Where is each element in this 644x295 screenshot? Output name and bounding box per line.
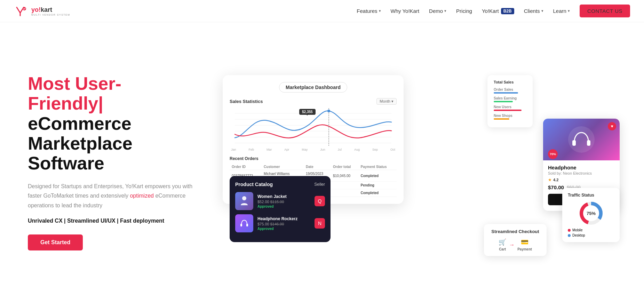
hero-section: Most User-Friendly| eCommerce Marketplac… (0, 22, 644, 295)
stat-item: New Users (494, 105, 526, 111)
hero-title-accent: Most User-Friendly| (28, 74, 195, 113)
chart-x-labels: JanFebMarAprMay JunJulAugSepOct (230, 148, 397, 151)
discount-badge: 70% (548, 149, 558, 159)
legend-item: Mobile (568, 228, 614, 232)
catalog-item-name: Women Jacket (257, 194, 310, 199)
stats-panel: Total Sales Order Sales Sales Earning Ne… (487, 75, 533, 127)
stat-bar (494, 110, 522, 111)
legend-dot (568, 229, 571, 232)
cart-icon: 🛒 (499, 238, 506, 246)
rating-value: 4.2 (553, 178, 558, 182)
heart-icon[interactable]: ♥ (608, 122, 616, 130)
svg-rect-12 (587, 140, 590, 146)
legend-dot (568, 234, 571, 237)
product-seller: Sold by: Neon Electronics (548, 171, 615, 175)
checkout-step-cart: 🛒 Cart (499, 238, 506, 251)
stat-item: Sales Earning (494, 96, 526, 102)
status-badge: Completed (359, 189, 397, 197)
col-customer: Customer (262, 164, 304, 170)
contact-button[interactable]: CONTACT US (580, 5, 630, 17)
traffic-title: Traffic Status (568, 193, 614, 198)
svg-rect-15 (246, 224, 248, 226)
hero-tagline: Unrivaled CX | Streamlined UI/UX | Fast … (28, 218, 195, 224)
chevron-icon: ▾ (541, 9, 543, 13)
stat-item: New Shops (494, 114, 526, 120)
svg-rect-11 (572, 140, 576, 146)
nav-why[interactable]: Why Yo!Kart (391, 8, 420, 14)
cart-label: Cart (499, 247, 506, 251)
col-date: Date (304, 164, 331, 170)
stats-title: Total Sales (494, 80, 526, 84)
col-total: Order total (331, 164, 358, 170)
nav-links: Features ▾ Why Yo!Kart Demo ▾ Pricing Yo… (357, 5, 630, 17)
chart-wrapper: $2,355 (230, 108, 397, 148)
legend-label: Mobile (572, 228, 582, 232)
checkout-step-payment: 💳 Payment (517, 238, 532, 251)
catalog-item: Headphone Rockerz $75.00 $146.00 Approve… (235, 214, 325, 232)
col-status: Payment Status (359, 164, 397, 170)
catalog-subtitle: Seller (314, 182, 325, 187)
catalog-item-price: $75.00 $146.00 (257, 222, 310, 226)
catalog-item: Women Jacket $52.00 $115.00 Approved Q (235, 192, 325, 210)
nav-b2b[interactable]: Yo!Kart B2B (482, 8, 514, 14)
nav-demo[interactable]: Demo ▾ (429, 8, 446, 14)
payment-label: Payment (517, 247, 532, 251)
catalog-item-name: Headphone Rockerz (257, 216, 310, 221)
catalog-item-info: Headphone Rockerz $75.00 $146.00 Approve… (257, 216, 310, 231)
logo[interactable]: yo!kart MULTI VENDOR SYSTEM (14, 4, 70, 18)
catalog-item-image (235, 214, 253, 232)
nav-pricing[interactable]: Pricing (456, 8, 472, 14)
product-name: Headphone (548, 165, 615, 170)
svg-point-13 (242, 196, 246, 200)
chart-title: Sales Statistics (230, 99, 263, 104)
svg-point-9 (327, 110, 330, 112)
catalog-card: Product Catalog Seller Women Jacket $52.… (230, 176, 331, 242)
stat-bar (494, 118, 509, 120)
orders-title: Recent Orders (230, 156, 397, 161)
catalog-item-badge: Approved (257, 227, 310, 231)
arrow-icon: → (509, 242, 515, 248)
product-image: ♥ 70% (543, 119, 620, 160)
hero-description: Designed for Startups and Enterprises, Y… (28, 182, 195, 210)
checkout-steps: 🛒 Cart → 💳 Payment (490, 238, 540, 251)
product-body: Headphone Sold by: Neon Electronics ★ 4.… (543, 160, 620, 190)
catalog-item-badge: Approved (257, 205, 310, 208)
star-rating: ★ (548, 177, 552, 182)
catalog-header: Product Catalog Seller (235, 182, 325, 187)
legend-item: Desktop (568, 233, 614, 237)
catalog-item-info: Women Jacket $52.00 $115.00 Approved (257, 194, 310, 208)
donut-chart: 75% (568, 201, 614, 225)
chart-filter[interactable]: Month ▾ (376, 98, 397, 105)
traffic-legend: Mobile Desktop (568, 228, 614, 237)
chevron-icon: ▾ (444, 9, 446, 13)
catalog-item-price: $52.00 $115.00 (257, 200, 310, 204)
status-badge: Completed (359, 170, 397, 182)
get-started-button[interactable]: Get Started (28, 234, 83, 250)
nav-learn[interactable]: Learn ▾ (553, 8, 570, 14)
b2b-badge: B2B (501, 8, 514, 14)
hero-right: Marketplace Dashboard Sales Statistics M… (209, 65, 616, 260)
svg-rect-14 (240, 224, 242, 226)
checkout-title: Streamlined Checkout (490, 229, 540, 234)
traffic-card: Traffic Status 75% Mobile Desktop (562, 188, 620, 242)
chart-header: Sales Statistics Month ▾ (230, 98, 397, 105)
chart-tooltip: $2,355 (299, 109, 316, 115)
nav-features[interactable]: Features ▾ (357, 8, 381, 14)
catalog-title: Product Catalog (235, 182, 273, 187)
payment-icon: 💳 (521, 238, 528, 246)
svg-point-10 (568, 126, 595, 153)
navbar: yo!kart MULTI VENDOR SYSTEM Features ▾ W… (0, 0, 644, 22)
dashboard-pill: Marketplace Dashboard (279, 82, 347, 93)
chevron-icon: ▾ (568, 9, 570, 13)
stat-bar (494, 101, 513, 102)
svg-text:75%: 75% (586, 211, 595, 216)
stat-item: Order Sales (494, 88, 526, 94)
chart-section: Sales Statistics Month ▾ $2,355 (230, 98, 397, 151)
nav-clients[interactable]: Clients ▾ (524, 8, 543, 14)
checkout-card: Streamlined Checkout 🛒 Cart → 💳 Payment (484, 224, 547, 256)
optimized-link[interactable]: optimized (130, 193, 153, 199)
catalog-item-image (235, 192, 253, 210)
hero-title-dark: eCommerce Marketplace Software (28, 114, 195, 174)
legend-label: Desktop (572, 233, 585, 237)
stat-bar (494, 92, 518, 94)
